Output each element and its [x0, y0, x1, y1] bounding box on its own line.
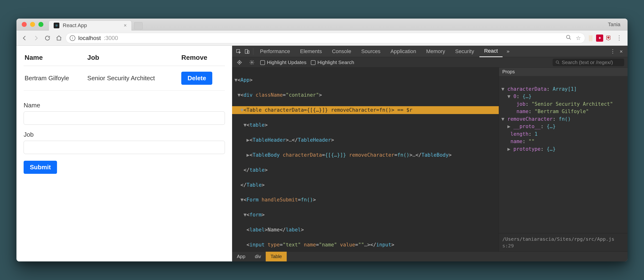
devtools-panel: Performance Elements Console Sources App… [232, 46, 628, 262]
rss-extension-icon[interactable]: ░ [587, 34, 594, 42]
svg-line-13 [558, 63, 559, 64]
col-name: Name [24, 52, 86, 66]
url-port: :3000 [104, 35, 118, 41]
devtools-tab-application[interactable]: Application [386, 46, 421, 57]
devtools-tab-performance[interactable]: Performance [255, 46, 295, 57]
selected-tree-node: ▼<Table characterData={[{…}]} removeChar… [232, 106, 499, 114]
forward-button[interactable] [31, 33, 41, 43]
crumb-app[interactable]: App [232, 252, 250, 262]
devtools-more-tabs-icon[interactable]: » [504, 48, 512, 54]
breadcrumb: App div Table [232, 252, 628, 262]
source-location[interactable]: /Users/taniarascia/Sites/rpg/src/App.jss… [499, 233, 628, 252]
close-tab-icon[interactable]: × [124, 22, 127, 28]
crumb-div[interactable]: div [250, 252, 266, 262]
site-info-icon[interactable]: i [70, 35, 75, 41]
ublock-extension-icon[interactable]: ⛨ [605, 34, 612, 42]
job-input[interactable] [24, 141, 225, 154]
tab-strip: ⚛ React App × Tania [16, 18, 628, 30]
component-tree[interactable]: ▼<App> ▼<div className="container"> ▼<Ta… [232, 68, 499, 252]
table-row: Bertram Gilfoyle Senior Security Archite… [24, 66, 225, 91]
cell-job: Senior Security Architect [86, 66, 180, 91]
back-button[interactable] [20, 33, 29, 43]
browser-toolbar: i localhost:3000 ☆ ░ ✦ ⛨ ⋮ [16, 30, 628, 46]
character-form: Name Job Submit [24, 102, 225, 174]
browser-window: ⚛ React App × Tania i localhost:3000 ☆ ░… [16, 18, 628, 262]
content-area: Name Job Remove Bertram Gilfoyle Senior … [16, 46, 628, 262]
close-window-button[interactable] [22, 22, 27, 27]
props-body[interactable]: ▼ characterData: Array[1] ▼ 0: {…} job: … [499, 76, 628, 233]
maximize-window-button[interactable] [38, 22, 44, 27]
reload-button[interactable] [43, 33, 52, 43]
crumb-table[interactable]: Table [266, 252, 287, 262]
devtools-tab-elements[interactable]: Elements [295, 46, 327, 57]
inspect-element-icon[interactable] [234, 47, 242, 55]
pinboard-extension-icon[interactable]: ✦ [596, 34, 603, 42]
react-app-page: Name Job Remove Bertram Gilfoyle Senior … [16, 46, 232, 262]
settings-gear-icon[interactable] [248, 58, 256, 66]
job-label: Job [24, 131, 225, 138]
url-host: localhost [78, 35, 101, 41]
new-tab-button[interactable] [134, 22, 143, 29]
devtools-menu-icon[interactable]: ⋮ [610, 48, 616, 54]
devtools-tab-sources[interactable]: Sources [356, 46, 385, 57]
devtools-tab-memory[interactable]: Memory [422, 46, 450, 57]
delete-button[interactable]: Delete [181, 72, 212, 85]
browser-menu-icon[interactable]: ⋮ [614, 34, 624, 42]
profile-name[interactable]: Tania [608, 21, 620, 28]
target-icon[interactable] [236, 58, 244, 66]
svg-point-11 [251, 62, 252, 63]
svg-point-6 [239, 62, 240, 63]
minimize-window-button[interactable] [30, 22, 35, 27]
svg-line-1 [569, 38, 571, 39]
device-toggle-icon[interactable] [243, 47, 251, 55]
svg-point-12 [556, 61, 558, 63]
name-input[interactable] [24, 112, 225, 125]
col-remove: Remove [180, 52, 225, 66]
home-button[interactable] [54, 33, 64, 43]
tab-title: React App [63, 22, 87, 28]
react-favicon-icon: ⚛ [54, 23, 60, 28]
svg-point-0 [566, 35, 570, 39]
character-table: Name Job Remove Bertram Gilfoyle Senior … [24, 52, 225, 91]
props-header: Props [499, 68, 628, 76]
address-bar[interactable]: i localhost:3000 ☆ [66, 33, 585, 43]
browser-tab[interactable]: ⚛ React App × [49, 20, 132, 30]
react-toolbar: Highlight Updates Highlight Search Searc… [232, 57, 628, 68]
devtools-tab-react[interactable]: React [480, 46, 502, 57]
devtools-tab-security[interactable]: Security [450, 46, 479, 57]
bookmark-star-icon[interactable]: ☆ [576, 35, 581, 41]
props-panel: Props ▼ characterData: Array[1] ▼ 0: {…}… [499, 68, 628, 252]
highlight-search-checkbox[interactable]: Highlight Search [311, 60, 354, 65]
zoom-icon[interactable] [566, 34, 572, 42]
devtools-tab-console[interactable]: Console [327, 46, 356, 57]
devtools-close-icon[interactable]: × [620, 48, 623, 54]
devtools-tabbar: Performance Elements Console Sources App… [232, 46, 628, 57]
name-label: Name [24, 102, 225, 109]
col-job: Job [86, 52, 180, 66]
highlight-updates-checkbox[interactable]: Highlight Updates [260, 60, 306, 65]
cell-name: Bertram Gilfoyle [24, 66, 86, 91]
window-controls [16, 22, 49, 27]
component-search-input[interactable]: Search (text or /regex/) [553, 59, 624, 66]
submit-button[interactable]: Submit [24, 161, 57, 174]
